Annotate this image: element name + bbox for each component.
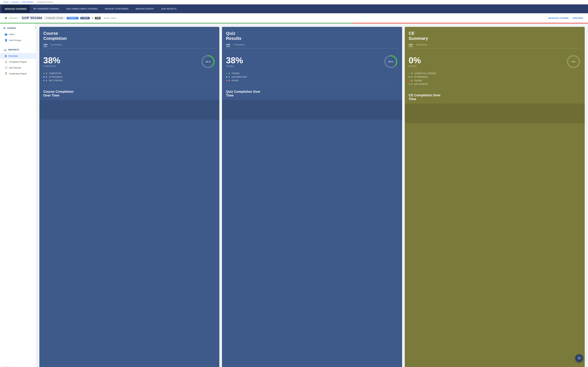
breadcrumb-sep3: / bbox=[34, 1, 35, 3]
stat-passed: 3 PASSED bbox=[226, 72, 398, 75]
progress-red bbox=[353, 23, 588, 24]
credentials-icon: 🏅 bbox=[5, 72, 7, 75]
ce-summary-tabs: LMS E-commerce bbox=[409, 44, 581, 48]
reports-icon: 📊 bbox=[3, 48, 7, 51]
stat-failed: 0 FAILED bbox=[226, 79, 398, 82]
ce-summary-tab-ecommerce[interactable]: E-commerce bbox=[416, 44, 427, 47]
course-completion-tab-lms[interactable]: LMS bbox=[43, 44, 47, 47]
top-navigation: MANAGE COURSES MY ASSIGNED COURSES SELF … bbox=[0, 4, 588, 13]
sidebar-item-users[interactable]: 👥 Users bbox=[0, 31, 36, 37]
breadcrumb-home[interactable]: Home bbox=[3, 1, 9, 3]
badge-cpe: CPE bbox=[95, 17, 101, 19]
breadcrumb: Home / Courses / SOP 553366 / Completion… bbox=[0, 0, 588, 4]
stat-in-progress-count: 0 bbox=[46, 76, 47, 78]
cpe-count: 3 bbox=[92, 17, 93, 19]
badge-users: 8 USERS bbox=[80, 17, 90, 19]
chat-button[interactable] bbox=[575, 354, 583, 362]
dot-completed bbox=[43, 73, 45, 74]
breadcrumb-courses[interactable]: Courses bbox=[11, 1, 19, 3]
course-completion-tab-ecommerce[interactable]: E-commerce bbox=[51, 44, 62, 47]
main-layout: ❮ ⊞ ASSIGN 👥 Users 👤 User Groups 📊 REPOR… bbox=[0, 24, 588, 367]
sidebar-item-user-groups[interactable]: 👤 User Groups bbox=[0, 37, 36, 43]
tab-my-assigned-courses[interactable]: MY ASSIGNED COURSES bbox=[30, 4, 63, 13]
sidebar-usergroups-label: User Groups bbox=[9, 39, 21, 42]
stat-ce-not-started-label: NOT STARTED bbox=[414, 83, 428, 85]
quiz-results-tabs: LMS E-commerce bbox=[226, 44, 398, 48]
users-icon: 👥 bbox=[5, 33, 7, 35]
quiz-results-circle: 38 % bbox=[383, 54, 398, 69]
stat-passed-count: 3 bbox=[229, 72, 230, 75]
sidebar-settings[interactable]: ⚙ Settings bbox=[0, 364, 36, 367]
tab-self-enrollment[interactable]: SELF ENROLLMENT COURSES bbox=[63, 4, 101, 13]
course-completion-circle-label: 38 % bbox=[206, 60, 211, 63]
quiz-results-card: QuizResults LMS E-commerce 38% PASSED 38… bbox=[222, 27, 402, 367]
stat-uncompleted-label: UNCOMPLETED bbox=[232, 76, 247, 78]
quiz-results-label: PASSED bbox=[226, 65, 243, 67]
ce-summary-tab-lms[interactable]: LMS bbox=[409, 44, 413, 47]
sidebar-credentials-label: Credentials Report bbox=[9, 72, 27, 75]
sidebar-item-completion-report[interactable]: 📋 Completion Report bbox=[0, 59, 36, 65]
ce-summary-stat-items: 0 GAINED FULL CREDITS 0 IN PROGRESS 0 FA… bbox=[405, 72, 585, 89]
content-area: CourseCompletion LMS E-commerce 38% COMP… bbox=[36, 24, 588, 367]
sidebar-settings-label: Settings bbox=[7, 366, 15, 367]
course-completion-card: CourseCompletion LMS E-commerce 38% COMP… bbox=[39, 27, 219, 367]
stat-failing-count: 0 bbox=[411, 79, 413, 82]
header-actions: MANAGE COURSE PREVIEW bbox=[548, 17, 583, 19]
ce-summary-stats: 0% PASSED 0 % bbox=[405, 51, 585, 72]
manage-course-link[interactable]: MANAGE COURSE bbox=[548, 17, 569, 19]
ce-summary-card: CESummary LMS E-commerce 0% PASSED 0 % bbox=[405, 27, 585, 367]
ce-summary-percent: 0% bbox=[409, 56, 421, 65]
course-completion-label: COMPLETED bbox=[43, 65, 60, 67]
quiz-results-tab-ecommerce[interactable]: E-commerce bbox=[233, 44, 245, 47]
course-completion-tabs: LMS E-commerce bbox=[43, 44, 216, 48]
quiz-results-tab-lms[interactable]: LMS bbox=[226, 44, 230, 47]
ce-over-time-title: CE Completion OverTime bbox=[405, 90, 585, 104]
sidebar-item-quiz-results[interactable]: 📝 Quiz Results bbox=[0, 65, 36, 71]
stat-ce-in-progress: 0 IN PROGRESS bbox=[409, 76, 581, 78]
tab-manage-categories[interactable]: MANAGE CATEGORIES bbox=[101, 4, 132, 13]
stat-ce-in-progress-label: IN PROGRESS bbox=[414, 76, 428, 78]
course-completion-stat-items: 3 COMPLETED 0 IN PROGRESS 5 NOT STARTED bbox=[39, 72, 219, 85]
quiz-results-chart bbox=[222, 100, 402, 120]
dot-in-progress bbox=[43, 76, 45, 78]
stat-completed-label: COMPLETED bbox=[49, 72, 61, 75]
breadcrumb-sep1: / bbox=[10, 1, 11, 3]
dot-uncompleted bbox=[226, 76, 227, 78]
quiz-icon: 📝 bbox=[5, 66, 7, 69]
sidebar-collapse-button[interactable]: ❮ bbox=[34, 25, 38, 30]
stat-failed-count: 0 bbox=[229, 79, 230, 82]
tab-manage-events[interactable]: MANAGE EVENTS bbox=[132, 4, 157, 13]
tab-quiz-results[interactable]: QUIZ RESULTS bbox=[158, 4, 180, 13]
overview-icon: ▦ bbox=[5, 55, 7, 57]
breadcrumb-sep2: / bbox=[20, 1, 21, 3]
quiz-results-header: QuizResults LMS E-commerce bbox=[222, 27, 402, 51]
sidebar-item-overview[interactable]: ▦ Overview bbox=[0, 53, 36, 59]
course-over-time-title: Course CompletionOver Time bbox=[39, 86, 219, 100]
ce-summary-circle: 0 % bbox=[566, 54, 581, 69]
preview-link[interactable]: PREVIEW bbox=[573, 17, 583, 19]
quiz-results-stat-items: 3 PASSED 5 UNCOMPLETED 0 FAILED bbox=[222, 72, 402, 85]
breadcrumb-course-id[interactable]: SOP 553366 bbox=[22, 1, 33, 3]
dot-passed bbox=[226, 73, 227, 74]
dot-full-credits bbox=[409, 73, 410, 74]
course-path: Courses / bbox=[9, 17, 19, 19]
breadcrumb-current: Completion Report bbox=[37, 1, 53, 3]
ce-summary-header: CESummary LMS E-commerce bbox=[405, 27, 585, 51]
badge-pharmacy: PHARMACY bbox=[67, 17, 78, 19]
ce-summary-label: PASSED bbox=[409, 65, 421, 67]
user-groups-icon: 👤 bbox=[5, 39, 7, 42]
assign-icon: ⊞ bbox=[3, 26, 6, 30]
sidebar-item-credentials-report[interactable]: 🏅 Credentials Report bbox=[0, 71, 36, 76]
sidebar-assign-header: ⊞ ASSIGN bbox=[0, 24, 36, 31]
nav-brand: MANAGE COURSES bbox=[2, 5, 30, 13]
course-path-prefix: Courses bbox=[9, 17, 17, 19]
stat-failed-label: FAILED bbox=[232, 79, 238, 82]
course-completion-circle: 38 % bbox=[201, 54, 216, 69]
stat-not-started-count: 5 bbox=[46, 79, 47, 82]
stat-ce-in-progress-count: 0 bbox=[411, 76, 413, 78]
completion-icon: 📋 bbox=[5, 60, 7, 63]
course-name: SOP 553366 bbox=[22, 16, 42, 20]
stat-ce-not-started-count: 0 bbox=[411, 83, 413, 85]
ce-summary-title: CESummary bbox=[409, 31, 581, 41]
progress-green bbox=[0, 23, 353, 24]
